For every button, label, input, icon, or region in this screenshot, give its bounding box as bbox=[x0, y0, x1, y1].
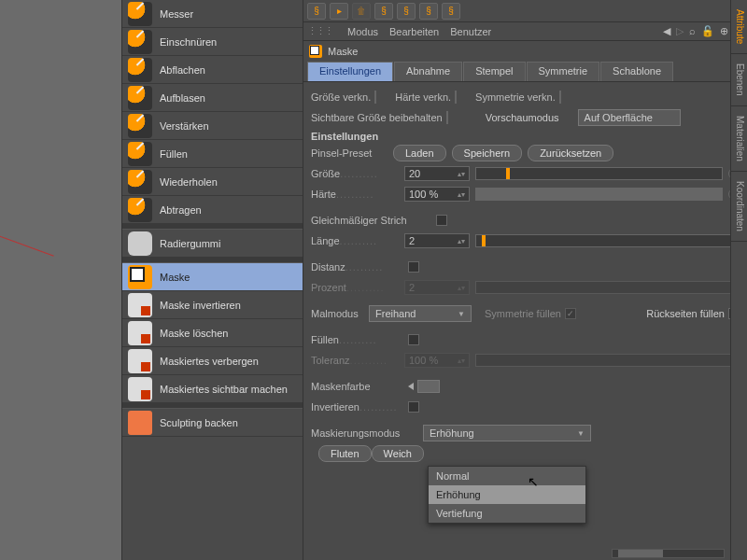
mask-icon bbox=[128, 349, 152, 373]
object-title: Maske bbox=[328, 46, 358, 57]
color-expand-icon[interactable] bbox=[408, 383, 414, 390]
tool-label: Füllen bbox=[160, 148, 188, 160]
vtab-2[interactable]: Materialien bbox=[731, 106, 747, 172]
tool-6[interactable]: Wiederholen bbox=[122, 168, 303, 196]
object-header: Maske bbox=[303, 41, 747, 62]
tab-4[interactable]: Schablone bbox=[600, 62, 673, 81]
tool-0[interactable]: Messer bbox=[122, 0, 303, 28]
tool-label: Abtragen bbox=[160, 204, 202, 216]
chk-size-link[interactable] bbox=[374, 91, 376, 104]
tab-1[interactable]: Abnahme bbox=[394, 62, 462, 81]
select-preview[interactable]: Auf Oberfläche bbox=[578, 109, 681, 126]
search-icon[interactable]: ⌕ bbox=[689, 25, 696, 37]
btn-reset[interactable]: Zurücksetzen bbox=[528, 145, 613, 161]
chk-invert[interactable] bbox=[408, 401, 419, 413]
label-preset: Pinsel-Preset bbox=[311, 147, 393, 159]
chk-symfill[interactable] bbox=[565, 308, 576, 319]
brush-icon bbox=[128, 114, 152, 138]
target-icon[interactable]: ⊕ bbox=[720, 25, 728, 37]
color-swatch[interactable] bbox=[417, 380, 440, 393]
tool-label: Maskiertes sichtbar machen bbox=[160, 384, 288, 395]
nav-fwd-icon[interactable]: ▷ bbox=[676, 25, 684, 37]
chk-even-stroke[interactable] bbox=[436, 215, 447, 226]
toolbar-btn-5[interactable]: § bbox=[419, 3, 438, 20]
tool-label: Radiergummi bbox=[160, 238, 220, 249]
toolbar-btn-6[interactable]: § bbox=[442, 3, 460, 20]
label-fill: Füllen bbox=[311, 334, 404, 345]
label-even-stroke: Gleichmäßiger Strich bbox=[311, 215, 432, 226]
tool-bake[interactable]: Sculpting backen bbox=[122, 409, 303, 437]
slider-length[interactable] bbox=[475, 234, 734, 247]
dropdown-item-0[interactable]: Normal bbox=[429, 467, 585, 485]
toolbar-btn-4[interactable]: § bbox=[397, 3, 416, 20]
tool-eraser[interactable]: Radiergummi bbox=[122, 230, 303, 258]
tool-mask-0[interactable]: Maske bbox=[122, 263, 303, 291]
chk-sym-link[interactable] bbox=[559, 91, 561, 104]
tool-3[interactable]: Aufblasen bbox=[122, 84, 303, 112]
brush-icon bbox=[128, 30, 152, 54]
tool-mask-1[interactable]: Maske invertieren bbox=[122, 291, 303, 319]
tool-label: Maske bbox=[160, 272, 190, 283]
toolbar-btn-3[interactable]: § bbox=[374, 3, 393, 20]
field-size[interactable]: 20▴▾ bbox=[404, 166, 470, 181]
tool-2[interactable]: Abflachen bbox=[122, 56, 303, 84]
vtab-0[interactable]: Attribute bbox=[731, 0, 747, 54]
chk-hard-link[interactable] bbox=[455, 91, 457, 104]
mask-icon bbox=[309, 45, 322, 58]
mask-icon bbox=[128, 377, 152, 401]
tool-4[interactable]: Verstärken bbox=[122, 112, 303, 140]
label-tolerance: Toleranz bbox=[311, 355, 404, 366]
toolbar-btn-trash[interactable]: 🗑 bbox=[352, 3, 371, 20]
field-percent: 2▴▾ bbox=[404, 280, 470, 295]
section-settings: Einstellungen bbox=[311, 131, 740, 142]
label-length: Länge bbox=[311, 235, 404, 246]
label-backfill: Rückseiten füllen bbox=[646, 308, 725, 319]
btn-soften[interactable]: Weich bbox=[372, 445, 424, 462]
tool-palette: MesserEinschnürenAbflachenAufblasenVerst… bbox=[121, 0, 303, 560]
chk-distance[interactable] bbox=[408, 261, 419, 273]
tool-mask-4[interactable]: Maskiertes sichtbar machen bbox=[122, 375, 303, 403]
label-hardness: Härte bbox=[311, 189, 404, 200]
tool-mask-2[interactable]: Maske löschen bbox=[122, 319, 303, 347]
tab-0[interactable]: Einstellungen bbox=[307, 62, 393, 81]
tool-5[interactable]: Füllen bbox=[122, 140, 303, 168]
menu-bearbeiten[interactable]: Bearbeiten bbox=[389, 26, 439, 37]
tab-3[interactable]: Symmetrie bbox=[527, 62, 600, 81]
tab-2[interactable]: Stempel bbox=[463, 62, 525, 81]
field-length[interactable]: 2▴▾ bbox=[404, 233, 470, 248]
chk-fill[interactable] bbox=[408, 334, 419, 345]
btn-save[interactable]: Speichern bbox=[452, 145, 523, 161]
tool-label: Verstärken bbox=[160, 120, 209, 132]
lock-icon[interactable]: 🔓 bbox=[701, 25, 714, 37]
slider-size[interactable] bbox=[475, 167, 723, 180]
field-hardness[interactable]: 100 %▴▾ bbox=[404, 187, 470, 202]
label-size-link: Größe verkn. bbox=[311, 91, 371, 103]
tool-7[interactable]: Abtragen bbox=[122, 196, 303, 224]
label-hard-link: Härte verkn. bbox=[395, 91, 451, 103]
label-size: Größe bbox=[311, 168, 404, 179]
dropdown-item-1[interactable]: Erhöhung bbox=[429, 485, 585, 504]
slider-hardness[interactable] bbox=[475, 188, 723, 201]
tool-1[interactable]: Einschnüren bbox=[122, 28, 303, 56]
btn-load[interactable]: Laden bbox=[393, 145, 446, 161]
brush-icon bbox=[128, 170, 152, 194]
menu-benutzer[interactable]: Benutzer bbox=[450, 26, 491, 37]
menu-modus[interactable]: Modus bbox=[347, 26, 378, 37]
toolbar-btn-2[interactable]: ▸ bbox=[330, 3, 348, 20]
tool-label: Wiederholen bbox=[160, 176, 218, 188]
chk-visible-size[interactable] bbox=[446, 111, 448, 124]
brush-icon bbox=[128, 58, 152, 82]
dropdown-item-2[interactable]: Vertiefung bbox=[429, 504, 585, 523]
toolbar-btn-1[interactable]: § bbox=[307, 3, 326, 20]
vtab-1[interactable]: Ebenen bbox=[731, 54, 747, 105]
vtab-3[interactable]: Koordinaten bbox=[731, 172, 747, 242]
h-scrollbar[interactable] bbox=[612, 549, 725, 558]
viewport-3d[interactable] bbox=[0, 0, 121, 560]
grip-icon[interactable]: ⋮⋮⋮ bbox=[307, 25, 332, 37]
field-tolerance: 100 %▴▾ bbox=[404, 353, 470, 368]
btn-flood[interactable]: Fluten bbox=[318, 445, 372, 462]
nav-back-icon[interactable]: ◀ bbox=[663, 25, 670, 37]
select-paintmode[interactable]: Freihand▼ bbox=[369, 305, 472, 322]
tool-mask-3[interactable]: Maskiertes verbergen bbox=[122, 347, 303, 375]
select-maskmode[interactable]: Erhöhung▼ bbox=[423, 425, 591, 441]
